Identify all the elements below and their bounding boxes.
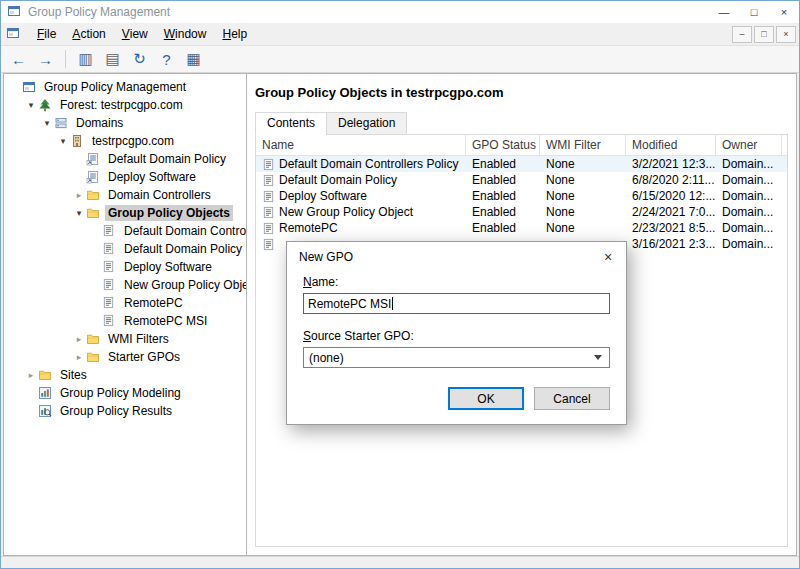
tree-item-default-domain-policy[interactable]: Default Domain Policy xyxy=(4,240,246,258)
dialog-close-button[interactable]: × xyxy=(590,242,626,271)
column-header-gpo-status[interactable]: GPO Status xyxy=(466,135,540,155)
title-bar: Group Policy Management — □ × xyxy=(1,1,799,23)
maximize-button[interactable]: □ xyxy=(739,1,769,23)
cancel-button[interactable]: Cancel xyxy=(534,387,610,410)
gpo-row-new-group-policy-object[interactable]: New Group Policy ObjectEnabledNone2/24/2… xyxy=(256,204,787,220)
column-header-modified[interactable]: Modified xyxy=(626,135,716,155)
collapse-arrow-icon[interactable]: ▾ xyxy=(24,100,38,110)
status-bar xyxy=(1,556,799,568)
show-console-tree-icon: ▥ xyxy=(78,50,92,68)
tree-item-label: Default Domain Policy xyxy=(105,151,229,167)
tree-item-new-group-policy-object[interactable]: New Group Policy Object xyxy=(4,276,246,294)
menu-item-help[interactable]: Help xyxy=(214,23,255,45)
new-window-button[interactable]: ▦ xyxy=(181,48,206,71)
minimize-button[interactable]: — xyxy=(709,1,739,23)
mdi-window-controls: – □ × xyxy=(732,26,796,43)
tree-item-default-domain-controllers-policy[interactable]: Default Domain Controllers Policy xyxy=(4,222,246,240)
gpo-owner-cell: Domain... xyxy=(716,205,782,219)
tree-item-wmi-filters[interactable]: ▸WMI Filters xyxy=(4,330,246,348)
window-title: Group Policy Management xyxy=(28,5,170,19)
toolbar-separator xyxy=(65,50,66,68)
gpo-status-cell: Enabled xyxy=(466,173,540,187)
menu-item-action[interactable]: Action xyxy=(64,23,113,45)
export-list-button[interactable]: ▤ xyxy=(100,48,125,71)
column-header-name[interactable]: Name xyxy=(256,135,466,155)
expand-arrow-icon[interactable]: ▸ xyxy=(24,370,38,380)
tree-item-group-policy-results[interactable]: Group Policy Results xyxy=(4,402,246,420)
gpo-wmi-cell: None xyxy=(540,189,626,203)
forward-button[interactable]: → xyxy=(33,48,58,71)
gpo-icon xyxy=(262,206,275,219)
gpo-wmi-cell: None xyxy=(540,221,626,235)
menu-bar: FileActionViewWindowHelp – □ × xyxy=(1,23,799,46)
gpo-icon xyxy=(102,260,117,274)
gpo-owner-cell: Domain... xyxy=(716,157,782,171)
expand-arrow-icon[interactable]: ▸ xyxy=(72,334,86,344)
tree-item-group-policy-objects[interactable]: ▾Group Policy Objects xyxy=(4,204,246,222)
mdi-minimize-button[interactable]: – xyxy=(732,26,752,43)
collapse-arrow-icon[interactable]: ▾ xyxy=(40,118,54,128)
list-header: NameGPO StatusWMI FilterModifiedOwner xyxy=(256,135,787,156)
menu-item-window[interactable]: Window xyxy=(156,23,215,45)
back-button[interactable]: ← xyxy=(6,48,31,71)
collapse-arrow-icon[interactable]: ▾ xyxy=(56,136,70,146)
tree-item-remotepc-msi[interactable]: RemotePC MSI xyxy=(4,312,246,330)
tree-item-sites[interactable]: ▸Sites xyxy=(4,366,246,384)
tree-item-label: Group Policy Results xyxy=(57,403,175,419)
ok-button[interactable]: OK xyxy=(448,387,524,410)
close-button[interactable]: × xyxy=(769,1,799,23)
chevron-down-icon xyxy=(594,355,602,360)
tree-item-domain-controllers[interactable]: ▸Domain Controllers xyxy=(4,186,246,204)
gpo-name-input[interactable]: RemotePC MSI xyxy=(303,293,610,314)
mdi-restore-button[interactable]: □ xyxy=(754,26,774,43)
tree-item-deploy-software[interactable]: Deploy Software xyxy=(4,258,246,276)
expand-arrow-icon[interactable]: ▸ xyxy=(72,190,86,200)
tab-delegation[interactable]: Delegation xyxy=(326,112,407,135)
tree-item-testrpcgpo-com[interactable]: ▾testrpcgpo.com xyxy=(4,132,246,150)
help-button[interactable]: ? xyxy=(154,48,179,71)
tree-item-deploy-software[interactable]: Deploy Software xyxy=(4,168,246,186)
gpo-status-cell: Enabled xyxy=(466,205,540,219)
gpo-owner-cell: Domain... xyxy=(716,237,782,251)
source-starter-gpo-dropdown[interactable]: (none) xyxy=(303,347,610,368)
modeling-icon xyxy=(38,386,53,400)
gpo-name-cell: Default Domain Controllers Policy xyxy=(256,157,466,171)
gpo-row-remotepc[interactable]: RemotePCEnabledNone2/23/2021 8:5...Domai… xyxy=(256,220,787,236)
gpo-name-cell: Deploy Software xyxy=(256,189,466,203)
tree-item-starter-gpos[interactable]: ▸Starter GPOs xyxy=(4,348,246,366)
show-console-tree-button[interactable]: ▥ xyxy=(73,48,98,71)
console-icon xyxy=(6,26,22,42)
tree-item-label: Default Domain Controllers Policy xyxy=(121,223,247,239)
tree-item-domains[interactable]: ▾Domains xyxy=(4,114,246,132)
menu-item-file[interactable]: File xyxy=(29,23,64,45)
expand-arrow-icon[interactable]: ▸ xyxy=(72,352,86,362)
gpo-wmi-cell: None xyxy=(540,157,626,171)
collapse-arrow-icon[interactable]: ▾ xyxy=(72,208,86,218)
gpolink-icon xyxy=(86,152,101,166)
tree-item-remotepc[interactable]: RemotePC xyxy=(4,294,246,312)
gpo-row-default-domain-policy[interactable]: Default Domain PolicyEnabledNone6/8/2020… xyxy=(256,172,787,188)
gpo-name-cell: Default Domain Policy xyxy=(256,173,466,187)
tree-item-default-domain-policy[interactable]: Default Domain Policy xyxy=(4,150,246,168)
tree-item-group-policy-modeling[interactable]: Group Policy Modeling xyxy=(4,384,246,402)
column-header-owner[interactable]: Owner xyxy=(716,135,782,155)
dialog-title-bar: New GPO × xyxy=(287,242,626,271)
column-header-wmi-filter[interactable]: WMI Filter xyxy=(540,135,626,155)
gpo-icon xyxy=(262,190,275,203)
gpo-modified-cell: 2/24/2021 7:0... xyxy=(626,205,716,219)
tab-contents[interactable]: Contents xyxy=(255,112,327,135)
gpo-row-deploy-software[interactable]: Deploy SoftwareEnabledNone6/15/2020 12:.… xyxy=(256,188,787,204)
tree-item-label: Deploy Software xyxy=(105,169,199,185)
tree-item-label: Group Policy Modeling xyxy=(57,385,184,401)
gpo-row-default-domain-controllers-policy[interactable]: Default Domain Controllers PolicyEnabled… xyxy=(256,156,787,172)
tree-item-forest-testrpcgpo-com[interactable]: ▾Forest: testrpcgpo.com xyxy=(4,96,246,114)
menu-item-view[interactable]: View xyxy=(114,23,156,45)
console-icon xyxy=(22,80,37,94)
gpo-modified-cell: 6/8/2020 2:11... xyxy=(626,173,716,187)
gpo-icon xyxy=(262,238,275,251)
mdi-close-button[interactable]: × xyxy=(776,26,796,43)
refresh-button[interactable]: ↻ xyxy=(127,48,152,71)
text-caret xyxy=(392,297,393,310)
tree-item-group-policy-management[interactable]: Group Policy Management xyxy=(4,78,246,96)
gpo-icon xyxy=(262,174,275,187)
